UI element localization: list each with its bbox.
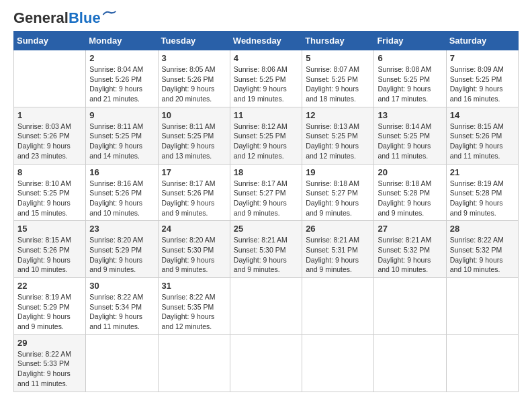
day-number: 1 [17,110,82,120]
day-number: 10 [162,110,226,120]
calendar-cell: 20 Sunrise: 8:18 AMSunset: 5:28 PMDaylig… [374,164,446,221]
day-number: 18 [234,167,298,177]
header-tuesday: Tuesday [158,32,230,50]
calendar-cell: 7 Sunrise: 8:09 AMSunset: 5:25 PMDayligh… [446,50,518,107]
day-info: Sunrise: 8:13 AMSunset: 5:25 PMDaylight:… [306,122,359,160]
day-number: 7 [450,53,515,63]
calendar-cell: 29 Sunrise: 8:22 AMSunset: 5:33 PMDaylig… [14,334,86,392]
day-number: 17 [162,167,226,177]
day-number: 23 [89,224,154,234]
calendar-week-4: 22 Sunrise: 8:19 AMSunset: 5:29 PMDaylig… [14,278,519,335]
calendar-cell: 26 Sunrise: 8:21 AMSunset: 5:31 PMDaylig… [302,221,374,278]
day-number: 27 [378,224,442,234]
day-info: Sunrise: 8:11 AMSunset: 5:25 PMDaylight:… [89,122,143,160]
day-number: 31 [162,281,226,291]
calendar-cell [446,334,518,392]
day-info: Sunrise: 8:21 AMSunset: 5:30 PMDaylight:… [234,236,287,273]
calendar-cell: 8 Sunrise: 8:10 AMSunset: 5:25 PMDayligh… [14,164,86,221]
header-wednesday: Wednesday [230,32,302,50]
day-info: Sunrise: 8:03 AMSunset: 5:26 PMDaylight:… [17,122,71,160]
day-info: Sunrise: 8:22 AMSunset: 5:34 PMDaylight:… [89,293,143,330]
day-number: 21 [450,167,515,177]
header-friday: Friday [374,32,446,50]
calendar-cell [374,278,446,335]
calendar-cell: 15 Sunrise: 8:15 AMSunset: 5:26 PMDaylig… [14,221,86,278]
logo-blue: Blue [69,9,101,26]
header-thursday: Thursday [302,32,374,50]
calendar-cell: 21 Sunrise: 8:19 AMSunset: 5:28 PMDaylig… [446,164,518,221]
day-info: Sunrise: 8:11 AMSunset: 5:25 PMDaylight:… [162,122,216,160]
day-info: Sunrise: 8:15 AMSunset: 5:26 PMDaylight:… [450,122,504,160]
day-info: Sunrise: 8:20 AMSunset: 5:30 PMDaylight:… [162,236,216,273]
day-number: 12 [306,110,370,120]
day-number: 6 [378,53,442,63]
day-info: Sunrise: 8:17 AMSunset: 5:26 PMDaylight:… [162,179,216,217]
day-info: Sunrise: 8:17 AMSunset: 5:27 PMDaylight:… [234,179,287,217]
logo-text: GeneralBlue [13,11,101,26]
calendar-cell: 22 Sunrise: 8:19 AMSunset: 5:29 PMDaylig… [14,278,86,335]
calendar-cell [302,334,374,392]
header-row: SundayMondayTuesdayWednesdayThursdayFrid… [14,32,519,50]
day-info: Sunrise: 8:18 AMSunset: 5:27 PMDaylight:… [306,179,359,217]
day-info: Sunrise: 8:18 AMSunset: 5:28 PMDaylight:… [378,179,431,217]
day-info: Sunrise: 8:10 AMSunset: 5:25 PMDaylight:… [17,179,71,217]
calendar-cell: 14 Sunrise: 8:15 AMSunset: 5:26 PMDaylig… [446,107,518,164]
calendar-cell: 19 Sunrise: 8:18 AMSunset: 5:27 PMDaylig… [302,164,374,221]
calendar-cell: 10 Sunrise: 8:11 AMSunset: 5:25 PMDaylig… [158,107,230,164]
day-info: Sunrise: 8:04 AMSunset: 5:26 PMDaylight:… [89,65,143,103]
header-saturday: Saturday [446,32,518,50]
day-info: Sunrise: 8:22 AMSunset: 5:35 PMDaylight:… [162,293,216,330]
day-number: 19 [306,167,370,177]
day-info: Sunrise: 8:14 AMSunset: 5:25 PMDaylight:… [378,122,431,160]
day-number: 25 [234,224,298,234]
calendar-table: SundayMondayTuesdayWednesdayThursdayFrid… [13,31,519,392]
calendar-cell: 30 Sunrise: 8:22 AMSunset: 5:34 PMDaylig… [86,278,158,335]
day-info: Sunrise: 8:21 AMSunset: 5:32 PMDaylight:… [378,236,431,273]
day-number: 22 [17,281,82,291]
day-info: Sunrise: 8:21 AMSunset: 5:31 PMDaylight:… [306,236,359,273]
calendar-header: SundayMondayTuesdayWednesdayThursdayFrid… [14,32,519,50]
day-info: Sunrise: 8:20 AMSunset: 5:29 PMDaylight:… [89,236,143,273]
day-number: 13 [378,110,442,120]
day-number: 20 [378,167,442,177]
calendar-week-2: 8 Sunrise: 8:10 AMSunset: 5:25 PMDayligh… [14,164,519,221]
day-number: 26 [306,224,370,234]
page-header: GeneralBlue [13,11,519,26]
day-number: 4 [234,53,298,63]
day-number: 14 [450,110,515,120]
calendar-cell: 23 Sunrise: 8:20 AMSunset: 5:29 PMDaylig… [86,221,158,278]
logo-bird-icon [102,9,117,20]
header-monday: Monday [86,32,158,50]
day-info: Sunrise: 8:05 AMSunset: 5:26 PMDaylight:… [162,65,216,103]
day-number: 15 [17,224,82,234]
calendar-cell [230,334,302,392]
calendar-week-5: 29 Sunrise: 8:22 AMSunset: 5:33 PMDaylig… [14,334,519,392]
calendar-cell: 16 Sunrise: 8:16 AMSunset: 5:26 PMDaylig… [86,164,158,221]
day-number: 2 [89,53,154,63]
calendar-cell: 1 Sunrise: 8:03 AMSunset: 5:26 PMDayligh… [14,107,86,164]
day-info: Sunrise: 8:09 AMSunset: 5:25 PMDaylight:… [450,65,504,103]
calendar-cell: 31 Sunrise: 8:22 AMSunset: 5:35 PMDaylig… [158,278,230,335]
day-info: Sunrise: 8:06 AMSunset: 5:25 PMDaylight:… [234,65,287,103]
calendar-body: 2 Sunrise: 8:04 AMSunset: 5:26 PMDayligh… [14,50,519,392]
day-number: 11 [234,110,298,120]
day-number: 30 [89,281,154,291]
calendar-cell: 24 Sunrise: 8:20 AMSunset: 5:30 PMDaylig… [158,221,230,278]
calendar-cell [446,278,518,335]
day-number: 5 [306,53,370,63]
calendar-week-1: 1 Sunrise: 8:03 AMSunset: 5:26 PMDayligh… [14,107,519,164]
calendar-cell [14,50,86,107]
day-info: Sunrise: 8:15 AMSunset: 5:26 PMDaylight:… [17,236,71,273]
calendar-cell: 6 Sunrise: 8:08 AMSunset: 5:25 PMDayligh… [374,50,446,107]
calendar-cell: 11 Sunrise: 8:12 AMSunset: 5:25 PMDaylig… [230,107,302,164]
day-number: 8 [17,167,82,177]
calendar-cell: 13 Sunrise: 8:14 AMSunset: 5:25 PMDaylig… [374,107,446,164]
calendar-cell: 17 Sunrise: 8:17 AMSunset: 5:26 PMDaylig… [158,164,230,221]
day-info: Sunrise: 8:16 AMSunset: 5:26 PMDaylight:… [89,179,143,217]
day-number: 16 [89,167,154,177]
day-info: Sunrise: 8:08 AMSunset: 5:25 PMDaylight:… [378,65,431,103]
calendar-cell: 5 Sunrise: 8:07 AMSunset: 5:25 PMDayligh… [302,50,374,107]
calendar-cell: 3 Sunrise: 8:05 AMSunset: 5:26 PMDayligh… [158,50,230,107]
calendar-cell: 18 Sunrise: 8:17 AMSunset: 5:27 PMDaylig… [230,164,302,221]
header-sunday: Sunday [14,32,86,50]
